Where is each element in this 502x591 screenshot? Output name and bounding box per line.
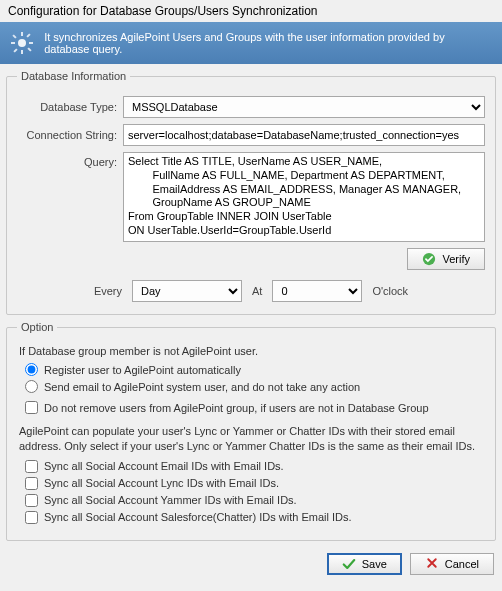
verify-label: Verify bbox=[442, 253, 470, 265]
option-group: Option If Database group member is not A… bbox=[6, 321, 496, 541]
chk-chatter[interactable] bbox=[25, 511, 38, 524]
banner-text: It synchronizes AgilePoint Users and Gro… bbox=[44, 31, 492, 55]
option-legend: Option bbox=[17, 321, 57, 333]
cancel-label: Cancel bbox=[445, 558, 479, 570]
radio-register[interactable] bbox=[25, 363, 38, 376]
chk-lync-label: Sync all Social Account Lync IDs with Em… bbox=[44, 477, 279, 489]
chk-noremove-label: Do not remove users from AgilePoint grou… bbox=[44, 402, 429, 414]
save-button[interactable]: Save bbox=[327, 553, 402, 575]
chk-yammer-label: Sync all Social Account Yammer IDs with … bbox=[44, 494, 297, 506]
svg-rect-8 bbox=[13, 48, 17, 52]
check-icon bbox=[422, 252, 436, 266]
at-label: At bbox=[252, 285, 262, 297]
cancel-x-icon bbox=[425, 557, 439, 571]
cancel-button[interactable]: Cancel bbox=[410, 553, 494, 575]
chk-lync-row[interactable]: Sync all Social Account Lync IDs with Em… bbox=[25, 477, 485, 490]
database-info-group: Database Information Database Type: MSSQ… bbox=[6, 70, 496, 315]
query-label: Query: bbox=[17, 152, 117, 168]
at-select[interactable]: 0 bbox=[272, 280, 362, 302]
dbtype-select[interactable]: MSSQLDatabase bbox=[123, 96, 485, 118]
conn-input[interactable] bbox=[123, 124, 485, 146]
chk-noremove-row[interactable]: Do not remove users from AgilePoint grou… bbox=[25, 401, 485, 414]
window-title: Configuration for Database Groups/Users … bbox=[0, 0, 502, 22]
option-note: AgilePoint can populate your user's Lync… bbox=[19, 424, 485, 454]
save-check-icon bbox=[342, 557, 356, 571]
chk-noremove[interactable] bbox=[25, 401, 38, 414]
footer: Save Cancel bbox=[0, 547, 502, 585]
verify-button[interactable]: Verify bbox=[407, 248, 485, 270]
conn-label: Connection String: bbox=[17, 129, 117, 141]
every-select[interactable]: Day bbox=[132, 280, 242, 302]
chk-chatter-label: Sync all Social Account Salesforce(Chatt… bbox=[44, 511, 352, 523]
option-intro: If Database group member is not AgilePoi… bbox=[19, 345, 485, 357]
radio-register-label: Register user to AgilePoint automaticall… bbox=[44, 364, 241, 376]
chk-email[interactable] bbox=[25, 460, 38, 473]
info-banner: It synchronizes AgilePoint Users and Gro… bbox=[0, 22, 502, 64]
gear-icon bbox=[10, 30, 34, 56]
chk-lync[interactable] bbox=[25, 477, 38, 490]
svg-rect-4 bbox=[29, 42, 33, 44]
chk-email-row[interactable]: Sync all Social Account Email IDs with E… bbox=[25, 460, 485, 473]
chk-yammer-row[interactable]: Sync all Social Account Yammer IDs with … bbox=[25, 494, 485, 507]
svg-point-0 bbox=[18, 39, 26, 47]
save-label: Save bbox=[362, 558, 387, 570]
svg-rect-1 bbox=[21, 32, 23, 36]
radio-email-row[interactable]: Send email to AgilePoint system user, an… bbox=[25, 380, 485, 393]
database-info-legend: Database Information bbox=[17, 70, 130, 82]
radio-email-label: Send email to AgilePoint system user, an… bbox=[44, 381, 360, 393]
query-textarea[interactable] bbox=[123, 152, 485, 242]
every-label: Every bbox=[94, 285, 122, 297]
radio-email[interactable] bbox=[25, 380, 38, 393]
svg-rect-6 bbox=[27, 47, 31, 51]
chk-email-label: Sync all Social Account Email IDs with E… bbox=[44, 460, 284, 472]
chk-yammer[interactable] bbox=[25, 494, 38, 507]
svg-rect-7 bbox=[26, 33, 30, 37]
svg-rect-3 bbox=[11, 42, 15, 44]
svg-rect-5 bbox=[12, 34, 16, 38]
radio-register-row[interactable]: Register user to AgilePoint automaticall… bbox=[25, 363, 485, 376]
dbtype-label: Database Type: bbox=[17, 101, 117, 113]
oclock-label: O'clock bbox=[372, 285, 408, 297]
svg-rect-2 bbox=[21, 50, 23, 54]
chk-chatter-row[interactable]: Sync all Social Account Salesforce(Chatt… bbox=[25, 511, 485, 524]
